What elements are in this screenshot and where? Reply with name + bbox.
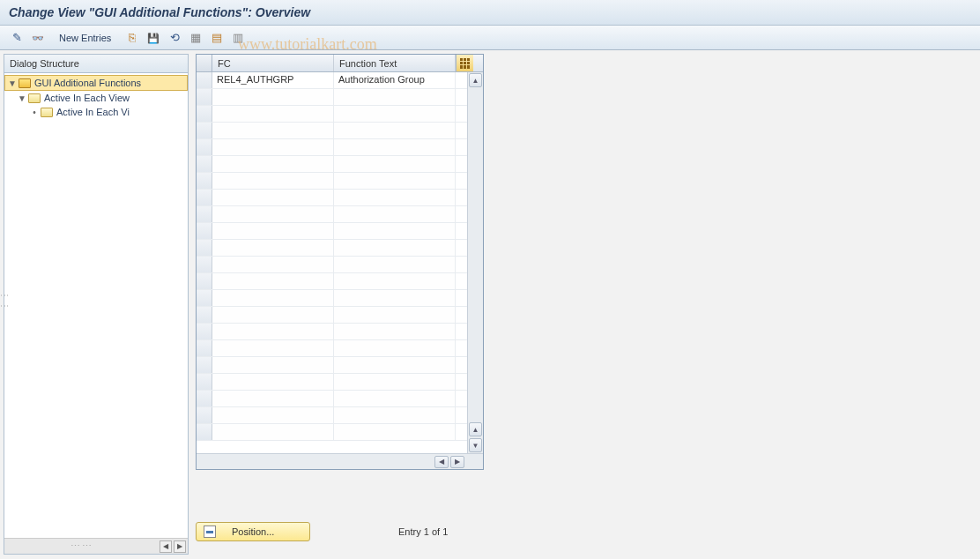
cell-ft-empty[interactable] — [334, 273, 456, 289]
cell-ft-empty[interactable] — [334, 290, 456, 306]
cell-ft-empty[interactable] — [334, 424, 456, 440]
scroll-up-button[interactable]: ▲ — [469, 73, 482, 87]
grip-icon[interactable]: ⋯⋯ — [6, 540, 158, 552]
cell-ft-empty[interactable] — [334, 190, 456, 205]
cell-fc-empty[interactable] — [212, 374, 334, 390]
row-selector[interactable] — [197, 374, 212, 390]
save-button[interactable] — [144, 28, 163, 48]
new-entries-button[interactable]: New Entries — [49, 28, 121, 48]
cell-ft-empty[interactable] — [334, 106, 456, 122]
footer-row: Position... Entry 1 of 1 — [196, 522, 448, 541]
cell-fc-empty[interactable] — [212, 290, 334, 306]
scroll-left-button[interactable]: ◀ — [160, 540, 172, 553]
cell-fc-empty[interactable] — [212, 240, 334, 256]
cell-fc-empty[interactable] — [212, 324, 334, 339]
cell-ft-empty[interactable] — [334, 173, 456, 189]
row-selector[interactable] — [197, 357, 212, 373]
row-selector[interactable] — [197, 391, 212, 406]
row-selector[interactable] — [197, 240, 212, 256]
tree-toggle-icon[interactable]: ▼ — [7, 78, 18, 88]
cell-ft-empty[interactable] — [334, 89, 456, 105]
tree-item-active-in-each-vi[interactable]: • Active In Each Vi — [4, 105, 188, 119]
row-selector[interactable] — [197, 123, 212, 138]
tree-item-active-in-each-view[interactable]: ▼ Active In Each View — [4, 91, 188, 105]
horizontal-scrollbar: ◀ ▶ — [197, 453, 483, 469]
cell-fc-empty[interactable] — [212, 223, 334, 239]
cell-ft-empty[interactable] — [334, 139, 456, 155]
tree-item-gui-additional-functions[interactable]: ▼ GUI Additional Functions — [4, 75, 188, 91]
row-selector[interactable] — [197, 324, 212, 339]
row-selector[interactable] — [197, 89, 212, 105]
cell-ft-empty[interactable] — [334, 156, 456, 172]
cell-ft-empty[interactable] — [334, 307, 456, 323]
row-selector[interactable] — [197, 190, 212, 205]
row-selector[interactable] — [197, 173, 212, 189]
row-selector[interactable] — [197, 72, 212, 88]
cell-fc-empty[interactable] — [212, 407, 334, 423]
position-button[interactable]: Position... — [196, 522, 310, 541]
copy-as-button[interactable] — [122, 28, 142, 48]
row-selector[interactable] — [197, 223, 212, 239]
cell-function-text[interactable]: Authorization Group — [334, 72, 456, 88]
cell-fc-empty[interactable] — [212, 357, 334, 373]
scroll-down-button[interactable]: ▼ — [469, 438, 482, 452]
row-selector[interactable] — [197, 290, 212, 306]
cell-ft-empty[interactable] — [334, 407, 456, 423]
cell-fc-empty[interactable] — [212, 391, 334, 406]
cell-fc-empty[interactable] — [212, 106, 334, 122]
cell-fc-empty[interactable] — [212, 123, 334, 138]
expand-all-button[interactable] — [28, 28, 48, 48]
row-selector[interactable] — [197, 424, 212, 440]
cell-fc-empty[interactable] — [212, 257, 334, 272]
hscroll-left-button[interactable]: ◀ — [434, 456, 449, 468]
toggle-change-display-button[interactable] — [7, 28, 26, 48]
cell-ft-empty[interactable] — [334, 123, 456, 138]
cell-fc-empty[interactable] — [212, 156, 334, 172]
row-selector[interactable] — [197, 106, 212, 122]
cell-fc-empty[interactable] — [212, 139, 334, 155]
folder-closed-icon — [40, 106, 54, 118]
cell-fc-empty[interactable] — [212, 307, 334, 323]
select-all-icon — [189, 31, 203, 45]
cell-ft-empty[interactable] — [334, 391, 456, 406]
cell-fc-empty[interactable] — [212, 273, 334, 289]
scroll-right-button[interactable]: ▶ — [174, 540, 186, 553]
cell-fc-empty[interactable] — [212, 190, 334, 205]
cell-fc-empty[interactable] — [212, 340, 334, 356]
cell-ft-empty[interactable] — [334, 240, 456, 256]
cell-fc-empty[interactable] — [212, 424, 334, 440]
cell-fc-empty[interactable] — [212, 89, 334, 105]
row-selector[interactable] — [197, 273, 212, 289]
deselect-all-button[interactable] — [228, 28, 248, 48]
cell-fc[interactable]: REL4_AUTHGRP — [212, 72, 334, 88]
scroll-track[interactable] — [468, 88, 483, 421]
cell-fc-empty[interactable] — [212, 206, 334, 222]
row-selector[interactable] — [197, 139, 212, 155]
select-block-button[interactable] — [207, 28, 226, 48]
row-selector[interactable] — [197, 206, 212, 222]
cell-ft-empty[interactable] — [334, 357, 456, 373]
row-selector[interactable] — [197, 156, 212, 172]
column-header-fc[interactable]: FC — [212, 55, 334, 71]
row-selector[interactable] — [197, 340, 212, 356]
cell-ft-empty[interactable] — [334, 374, 456, 390]
scroll-up2-button[interactable]: ▲ — [469, 422, 482, 436]
table-row-empty — [197, 139, 467, 156]
vertical-grip[interactable]: ⋮⋮ — [0, 291, 10, 312]
cell-ft-empty[interactable] — [334, 340, 456, 356]
column-header-function-text[interactable]: Function Text — [334, 55, 456, 71]
tree-toggle-icon[interactable]: ▼ — [17, 93, 27, 103]
row-selector-header[interactable] — [197, 55, 212, 71]
table-config-button[interactable] — [456, 55, 473, 71]
cell-ft-empty[interactable] — [334, 223, 456, 239]
row-selector[interactable] — [197, 307, 212, 323]
select-all-button[interactable] — [186, 28, 205, 48]
row-selector[interactable] — [197, 257, 212, 272]
cell-ft-empty[interactable] — [334, 206, 456, 222]
undo-button[interactable] — [165, 28, 184, 48]
cell-ft-empty[interactable] — [334, 324, 456, 339]
cell-fc-empty[interactable] — [212, 173, 334, 189]
row-selector[interactable] — [197, 407, 212, 423]
cell-ft-empty[interactable] — [334, 257, 456, 272]
hscroll-right-button[interactable]: ▶ — [450, 456, 464, 468]
